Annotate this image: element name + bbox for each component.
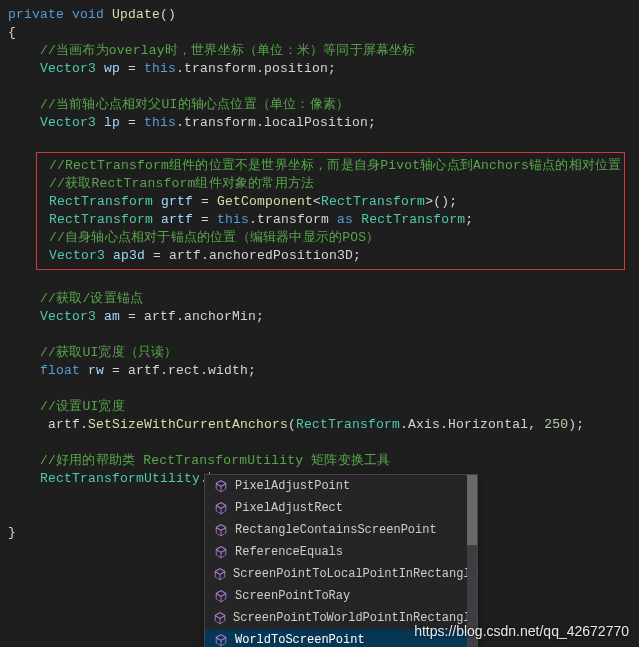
punct: ); xyxy=(568,417,584,432)
op: = xyxy=(193,194,217,209)
comment: //RectTransform组件的位置不是世界坐标，而是自身Pivot轴心点到… xyxy=(49,158,621,173)
punct: < xyxy=(313,194,321,209)
punct: () xyxy=(160,7,176,22)
highlight-box: //RectTransform组件的位置不是世界坐标，而是自身Pivot轴心点到… xyxy=(36,152,625,270)
keyword: this xyxy=(144,115,176,130)
method-icon xyxy=(213,478,229,494)
comment: //设置UI宽度 xyxy=(40,399,125,414)
comment: //当画布为overlay时，世界坐标（单位：米）等同于屏幕坐标 xyxy=(40,43,416,58)
comment: //获取RectTransform组件对象的常用方法 xyxy=(49,176,314,191)
member: .transform xyxy=(249,212,337,227)
type: Vector3 xyxy=(40,115,96,130)
type: RectTransform xyxy=(353,212,465,227)
method-icon xyxy=(213,522,229,538)
identifier: artf xyxy=(161,212,193,227)
method-icon xyxy=(213,544,229,560)
identifier: wp xyxy=(104,61,120,76)
intellisense-item-label: ReferenceEquals xyxy=(235,545,343,559)
op: = xyxy=(120,115,144,130)
op: = xyxy=(120,61,144,76)
type: RectTransformUtility xyxy=(40,471,200,486)
method: GetComponent xyxy=(217,194,313,209)
keyword: this xyxy=(144,61,176,76)
intellisense-item[interactable]: ScreenPointToLocalPointInRectangle xyxy=(205,563,477,585)
method-icon xyxy=(213,632,229,647)
keyword: this xyxy=(217,212,249,227)
object: artf. xyxy=(40,417,88,432)
type: RectTransform xyxy=(49,194,153,209)
intellisense-item-label: ScreenPointToRay xyxy=(235,589,350,603)
type: Vector3 xyxy=(49,248,105,263)
intellisense-item[interactable]: ReferenceEquals xyxy=(205,541,477,563)
identifier: lp xyxy=(104,115,120,130)
method-icon xyxy=(213,610,227,626)
comment: //获取/设置锚点 xyxy=(40,291,143,306)
member: .transform.position; xyxy=(176,61,336,76)
intellisense-item-label: RectangleContainsScreenPoint xyxy=(235,523,437,537)
comment: //获取UI宽度（只读） xyxy=(40,345,178,360)
rest: = artf.rect.width; xyxy=(104,363,256,378)
rest: = artf.anchorMin; xyxy=(120,309,264,324)
intellisense-item[interactable]: PixelAdjustRect xyxy=(205,497,477,519)
intellisense-item-label: ScreenPointToLocalPointInRectangle xyxy=(233,567,478,581)
comment: //好用的帮助类 RectTransformUtility 矩阵变换工具 xyxy=(40,453,390,468)
method-icon xyxy=(213,500,229,516)
comment: //当前轴心点相对父UI的轴心点位置（单位：像素） xyxy=(40,97,349,112)
member: .transform.localPosition; xyxy=(176,115,376,130)
code-editor[interactable]: private void Update() { //当画布为overlay时，世… xyxy=(0,0,639,548)
method-name: Update xyxy=(112,7,160,22)
watermark-text: https://blog.csdn.net/qq_42672770 xyxy=(414,623,629,639)
identifier: rw xyxy=(88,363,104,378)
type: RectTransform xyxy=(49,212,153,227)
intellisense-item-label: PixelAdjustPoint xyxy=(235,479,350,493)
scrollbar-thumb[interactable] xyxy=(467,475,477,545)
identifier: ap3d xyxy=(113,248,145,263)
type: RectTransform xyxy=(321,194,425,209)
keyword: as xyxy=(337,212,353,227)
intellisense-item[interactable]: RectangleContainsScreenPoint xyxy=(205,519,477,541)
method-icon xyxy=(213,588,229,604)
intellisense-item-label: WorldToScreenPoint xyxy=(235,633,365,647)
punct: >(); xyxy=(425,194,457,209)
number: 250 xyxy=(544,417,568,432)
brace: } xyxy=(8,525,16,540)
type: Vector3 xyxy=(40,61,96,76)
keyword: void xyxy=(72,7,104,22)
type: Vector3 xyxy=(40,309,96,324)
punct: ; xyxy=(465,212,473,227)
intellisense-item-label: PixelAdjustRect xyxy=(235,501,343,515)
brace: { xyxy=(8,25,16,40)
punct: ( xyxy=(288,417,296,432)
member: .Axis.Horizontal, xyxy=(400,417,544,432)
keyword: private xyxy=(8,7,64,22)
intellisense-item[interactable]: PixelAdjustPoint xyxy=(205,475,477,497)
intellisense-scrollbar[interactable] xyxy=(467,475,477,647)
method: SetSizeWithCurrentAnchors xyxy=(88,417,288,432)
type: float xyxy=(40,363,80,378)
intellisense-popup[interactable]: PixelAdjustPointPixelAdjustRectRectangle… xyxy=(204,474,478,647)
comment: //自身轴心点相对于锚点的位置（编辑器中显示的POS） xyxy=(49,230,379,245)
identifier: grtf xyxy=(161,194,193,209)
intellisense-item[interactable]: ScreenPointToRay xyxy=(205,585,477,607)
op: = xyxy=(193,212,217,227)
rest: = artf.anchoredPosition3D; xyxy=(145,248,361,263)
identifier: am xyxy=(104,309,120,324)
type: RectTransform xyxy=(296,417,400,432)
method-icon xyxy=(213,566,227,582)
